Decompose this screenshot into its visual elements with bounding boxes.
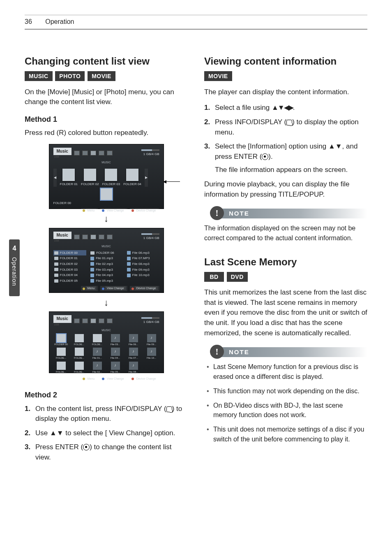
music-file-icon bbox=[129, 334, 138, 342]
grid-item: File 02... bbox=[90, 362, 105, 374]
list-item: FOLDER 06 bbox=[90, 250, 123, 256]
method2-step1: 1. On the content list, press INFO/DISPL… bbox=[25, 404, 188, 424]
grid-item: FOLDER 00 bbox=[53, 334, 69, 346]
folder-icon bbox=[93, 334, 102, 342]
folder-icon bbox=[54, 262, 58, 266]
list-item: File 09.mp3 bbox=[126, 267, 159, 273]
badge-movie: MOVIE bbox=[204, 71, 232, 81]
chapter-side-tab: 4 Operation bbox=[9, 239, 20, 296]
screenshot-music-grid: Music USB 1 GB/4 GB MUSIC FOLDER 00FOLDE… bbox=[49, 311, 164, 373]
music-file-icon bbox=[111, 348, 120, 356]
folder-icon bbox=[75, 334, 84, 342]
note-callout: NOTE ! bbox=[204, 345, 367, 360]
folder-icon bbox=[57, 362, 66, 370]
screenshot-music-coverflow: Music USB 1 GB/4 GB MUSIC ◀ FOLDER 01 FO… bbox=[49, 144, 164, 209]
music-file-icon bbox=[93, 348, 102, 356]
grid-item: File 10... bbox=[144, 348, 159, 360]
folder-icon bbox=[57, 348, 66, 356]
list-item: FOLDER 05 bbox=[53, 278, 87, 284]
changing-view-intro: On the [Movie] [Music] or [Photo] menu, … bbox=[25, 87, 188, 107]
music-file-icon bbox=[93, 362, 102, 370]
grid-item bbox=[144, 362, 159, 374]
folder-icon bbox=[75, 348, 84, 356]
note-bullet: This unit does not memorize settings of … bbox=[204, 425, 367, 443]
badges-changing-view: MUSIC PHOTO MOVIE bbox=[25, 71, 188, 81]
grid-item: FOLDE... bbox=[71, 334, 87, 346]
heading-method1: Method 1 bbox=[25, 114, 188, 125]
last-scene-body: This unit memorizes the last scene from … bbox=[204, 288, 367, 338]
folder-icon bbox=[54, 268, 58, 271]
exclamation-icon: ! bbox=[215, 347, 218, 356]
note-callout: NOTE ! bbox=[204, 206, 367, 221]
grid-item: File 09... bbox=[144, 334, 159, 346]
heading-changing-view: Changing content list view bbox=[25, 54, 188, 69]
grid-item: FOLDE... bbox=[90, 334, 105, 346]
down-arrow-icon: ↓ bbox=[25, 212, 188, 225]
exclamation-icon: ! bbox=[215, 209, 218, 218]
badge-music: MUSIC bbox=[25, 71, 53, 81]
list-item: File 04.mp3 bbox=[90, 272, 123, 278]
music-file-icon bbox=[90, 262, 94, 266]
grid-item: File 06... bbox=[126, 334, 141, 346]
list-item: File 10.mp3 bbox=[126, 272, 159, 278]
note-bullet: This function may not work depending on … bbox=[204, 386, 367, 396]
badge-bd: BD bbox=[204, 272, 224, 282]
list-item: File 06.mp3 bbox=[126, 250, 159, 256]
note-bullet: Last Scene Memory function for a previou… bbox=[204, 362, 367, 381]
note-bullet: On BD-Video discs with BD-J, the last sc… bbox=[204, 401, 367, 420]
folder-icon bbox=[54, 274, 58, 277]
list-item: File 01.mp3 bbox=[90, 255, 123, 261]
list-item: File 07.MP3 bbox=[126, 255, 159, 261]
badges-last-scene: BD DVD bbox=[204, 272, 367, 282]
list-item: FOLDER 02 bbox=[53, 261, 87, 267]
method1-text: Press red (R) colored button repeatedly. bbox=[25, 128, 188, 138]
grid-item: File 01... bbox=[90, 348, 105, 360]
page-number: 36 bbox=[25, 18, 32, 25]
music-file-icon bbox=[127, 257, 131, 260]
badge-dvd: DVD bbox=[227, 272, 248, 282]
callout-arrow-icon bbox=[164, 181, 180, 182]
badges-viewing: MOVIE bbox=[204, 71, 367, 81]
folder-icon bbox=[75, 362, 84, 370]
page-header: 36 Operation bbox=[25, 16, 367, 26]
viewing-step2: 2. Press INFO/DISPLAY () to display the … bbox=[204, 117, 367, 137]
heading-last-scene: Last Scene Memory bbox=[204, 255, 367, 269]
music-file-icon bbox=[111, 362, 120, 370]
grid-item: File 08... bbox=[126, 362, 141, 374]
badge-movie: MOVIE bbox=[88, 71, 115, 81]
badge-photo: PHOTO bbox=[55, 71, 85, 81]
viewing-extra: During movie playback, you can display t… bbox=[204, 179, 367, 200]
enter-icon bbox=[83, 444, 90, 450]
grid-item: FOLDE... bbox=[71, 348, 87, 360]
grid-item: FOLDE... bbox=[53, 348, 69, 360]
list-item: FOLDER 04 bbox=[53, 272, 87, 278]
list-item: FOLDER 00 bbox=[53, 250, 87, 256]
viewing-step1: 1. Select a file using ▲▼◀▶. bbox=[204, 103, 367, 113]
music-file-icon bbox=[111, 334, 120, 342]
grid-item: File 05... bbox=[108, 362, 123, 374]
music-file-icon bbox=[129, 362, 138, 370]
music-file-icon bbox=[127, 251, 131, 255]
music-file-icon bbox=[127, 268, 131, 272]
viewing-step3: 3. Select the [Information] option using… bbox=[204, 142, 367, 175]
chapter-label: Operation bbox=[10, 257, 18, 286]
music-file-icon bbox=[90, 279, 94, 283]
list-item: FOLDER 01 bbox=[53, 255, 87, 261]
music-file-icon bbox=[90, 274, 94, 277]
note1-body: The information displayed on the screen … bbox=[204, 223, 367, 242]
heading-method2: Method 2 bbox=[25, 390, 188, 400]
music-file-icon bbox=[90, 268, 94, 272]
music-file-icon bbox=[147, 348, 156, 356]
method2-step3: 3. Press ENTER () to change the content … bbox=[25, 442, 188, 462]
viewing-intro: The player can display the content infor… bbox=[204, 87, 367, 97]
folder-icon bbox=[54, 251, 58, 255]
heading-viewing-info: Viewing content information bbox=[204, 54, 367, 69]
screenshot-music-list: Music USB 1 GB/4 GB MUSIC FOLDER 00FOLDE… bbox=[49, 228, 164, 293]
list-item: File 05.mp3 bbox=[90, 278, 123, 284]
list-item: File 08.mp3 bbox=[126, 261, 159, 267]
note2-list: Last Scene Memory function for a previou… bbox=[204, 362, 367, 443]
enter-icon bbox=[262, 153, 268, 160]
info-display-icon bbox=[286, 120, 292, 125]
down-arrow-icon: ↓ bbox=[25, 296, 188, 309]
music-file-icon bbox=[127, 262, 131, 266]
